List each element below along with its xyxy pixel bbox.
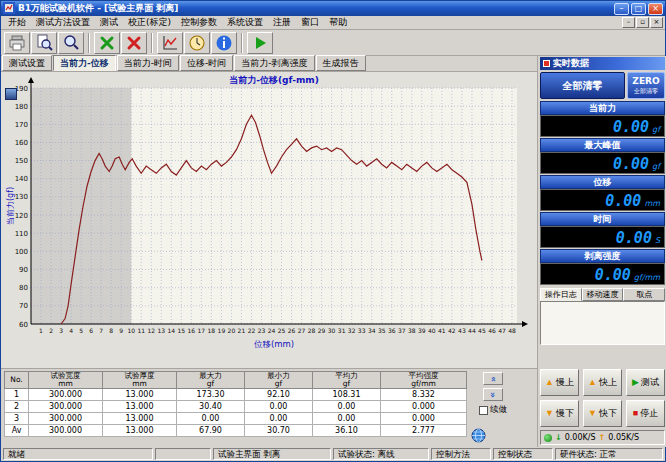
chart-tool-icon[interactable] xyxy=(5,88,17,100)
menu-item-1[interactable]: 测试方法设置 xyxy=(31,17,95,27)
menu-item-5[interactable]: 系统设置 xyxy=(222,17,268,27)
table-cell: 36.10 xyxy=(313,424,381,436)
download-arrow-icon: ↓ xyxy=(555,433,562,442)
mdi-restore-button[interactable]: ▫ xyxy=(636,17,649,28)
svg-text:70: 70 xyxy=(19,302,28,310)
table-cell: 0.000 xyxy=(381,412,467,424)
svg-text:45: 45 xyxy=(478,327,486,334)
view-tab-5[interactable]: 生成报告 xyxy=(316,55,366,71)
table-cell: 108.31 xyxy=(313,388,381,400)
menu-item-4[interactable]: 控制参数 xyxy=(176,17,222,27)
menu-item-8[interactable]: 帮助 xyxy=(324,17,352,27)
rt-field-unit-0: gf xyxy=(652,125,660,134)
scroll-down-button[interactable]: » xyxy=(483,388,503,401)
rt-field-display-1: 0.00gf xyxy=(540,152,665,174)
toolbar-separator xyxy=(151,33,153,53)
rt-field-value-1: 0.00 xyxy=(613,155,649,173)
start-icon[interactable] xyxy=(247,32,273,54)
close-button[interactable]: × xyxy=(648,3,663,15)
svg-text:60: 60 xyxy=(19,321,28,329)
minimize-button[interactable]: – xyxy=(614,3,629,15)
table-cell: 0.00 xyxy=(245,412,313,424)
jog-button-0[interactable]: ▲慢上 xyxy=(540,369,579,396)
svg-text:10: 10 xyxy=(127,327,135,334)
menu-item-7[interactable]: 窗口 xyxy=(296,17,324,27)
realtime-panel-title: 实时数据 xyxy=(553,57,589,70)
table-column-0: No. xyxy=(5,372,29,389)
jog-button-4[interactable]: ▼快下 xyxy=(583,400,622,427)
globe-icon xyxy=(471,428,486,445)
upload-speed: 0.05K/S xyxy=(608,433,639,442)
continue-checkbox[interactable]: 续做 xyxy=(479,404,507,416)
svg-text:36: 36 xyxy=(388,327,396,334)
jog-button-2[interactable]: ▶测试 xyxy=(626,369,665,396)
table-cell: 13.000 xyxy=(103,388,177,400)
down-icon: ▼ xyxy=(545,409,554,418)
menu-item-2[interactable]: 测试 xyxy=(95,17,123,27)
menu-item-0[interactable]: 开始 xyxy=(3,17,31,27)
mdi-close-button[interactable]: × xyxy=(650,17,663,28)
svg-text:180: 180 xyxy=(15,103,28,111)
zero-button[interactable]: ZERO 全部清零 xyxy=(627,72,665,99)
rt-tab-1[interactable]: 移动速度 xyxy=(582,288,624,301)
view-tab-2[interactable]: 当前力-时间 xyxy=(117,55,179,71)
view-tab-1[interactable]: 当前力-位移 xyxy=(53,55,116,71)
table-cell: 300.000 xyxy=(29,388,103,400)
table-header-row: No.试验宽度mm试验厚度mm最大力gf最小力gf平均力gf平均强度gf/mm xyxy=(5,372,467,389)
view-tab-4[interactable]: 当前力-剥离强度 xyxy=(234,55,314,71)
rt-tab-2[interactable]: 取点 xyxy=(623,288,665,301)
svg-text:150: 150 xyxy=(15,157,28,165)
svg-text:39: 39 xyxy=(418,327,426,334)
print-icon[interactable] xyxy=(4,32,30,54)
view-tab-0[interactable]: 测试设置 xyxy=(2,55,52,71)
table-cell: 67.90 xyxy=(177,424,245,436)
toolbar-separator xyxy=(88,33,90,53)
rt-tab-0[interactable]: 操作日志 xyxy=(540,288,582,301)
table-cell: 0.00 xyxy=(313,412,381,424)
table-cell: 300.000 xyxy=(29,424,103,436)
svg-text:43: 43 xyxy=(458,327,466,334)
mdi-window-controls: – ▫ × xyxy=(622,17,663,28)
rt-field-label-0: 当前力 xyxy=(540,101,665,115)
menu-item-3[interactable]: 校正(标定) xyxy=(123,17,176,27)
table-row-1[interactable]: 2300.00013.00030.400.000.000.000 xyxy=(5,400,467,412)
svg-text:130: 130 xyxy=(15,193,28,201)
jog-button-5[interactable]: ■停止 xyxy=(626,400,665,427)
mdi-minimize-button[interactable]: – xyxy=(622,17,635,28)
up-icon: ▲ xyxy=(588,378,597,387)
table-row-0[interactable]: 1300.00013.000173.3092.10108.318.332 xyxy=(5,388,467,400)
svg-text:46: 46 xyxy=(488,327,496,334)
zoom-icon[interactable] xyxy=(58,32,84,54)
table-cell: 0.00 xyxy=(313,400,381,412)
timer-icon[interactable] xyxy=(184,32,210,54)
title-bar[interactable]: B1万能试验机软件 - [试验主界面 剥离] – □ × xyxy=(1,1,665,16)
toolbar xyxy=(1,30,665,56)
window-title: B1万能试验机软件 - [试验主界面 剥离] xyxy=(18,2,178,15)
scroll-up-button[interactable]: » xyxy=(483,372,503,385)
svg-text:25: 25 xyxy=(278,327,286,334)
graph-edit-icon[interactable] xyxy=(157,32,183,54)
preview-icon[interactable] xyxy=(31,32,57,54)
clear-red-icon[interactable] xyxy=(121,32,147,54)
jog-button-label-4: 快下 xyxy=(599,407,617,420)
svg-text:38: 38 xyxy=(408,327,416,334)
view-tab-3[interactable]: 位移-时间 xyxy=(180,55,233,71)
continue-checkbox-label: 续做 xyxy=(490,404,507,416)
clear-green-icon[interactable] xyxy=(94,32,120,54)
jog-button-3[interactable]: ▼慢下 xyxy=(540,400,579,427)
table-cell: Av xyxy=(5,424,29,436)
table-cell: 173.30 xyxy=(177,388,245,400)
table-row-3[interactable]: Av300.00013.00067.9030.7036.102.777 xyxy=(5,424,467,436)
menu-bar: 开始测试方法设置测试校正(标定)控制参数系统设置注册窗口帮助 – ▫ × xyxy=(1,16,665,30)
maximize-button[interactable]: □ xyxy=(631,3,646,15)
svg-text:12: 12 xyxy=(147,327,155,334)
operation-log[interactable] xyxy=(540,301,665,345)
table-cell: 30.70 xyxy=(245,424,313,436)
zero-all-label: 全部清零 xyxy=(540,72,625,99)
table-row-2[interactable]: 3300.00013.0000.000.000.000.000 xyxy=(5,412,467,424)
menu-item-6[interactable]: 注册 xyxy=(268,17,296,27)
info-icon[interactable] xyxy=(211,32,237,54)
checkbox-icon xyxy=(479,406,488,415)
jog-button-1[interactable]: ▲快上 xyxy=(583,369,622,396)
rt-field-value-3: 0.00 xyxy=(616,229,652,247)
